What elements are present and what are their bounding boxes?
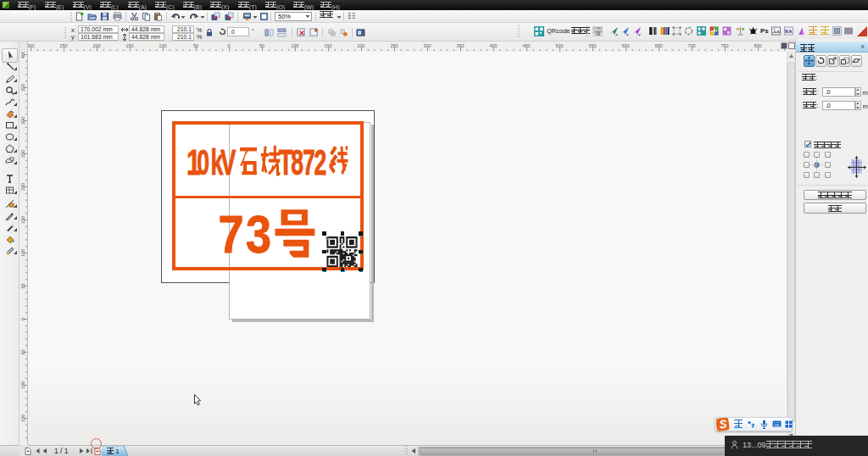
svg-text:0: 0 [228,42,231,47]
svg-text:0: 0 [20,318,25,320]
svg-text:250: 250 [60,42,68,47]
svg-text:8: 8 [291,142,303,183]
svg-text:50: 50 [20,350,25,355]
svg-text:3: 3 [246,204,271,264]
svg-text:300: 300 [424,42,431,47]
svg-text:350: 350 [457,42,465,47]
svg-text:150: 150 [20,216,25,224]
svg-text:100: 100 [292,42,299,47]
svg-text:100: 100 [159,42,167,47]
svg-text:350: 350 [20,84,25,92]
svg-text:100: 100 [20,381,25,389]
svg-text:600: 600 [622,42,630,47]
svg-text:300: 300 [28,42,35,47]
svg-text:200: 200 [20,183,25,191]
svg-text:150: 150 [126,42,134,47]
svg-text:200: 200 [358,42,365,47]
svg-text:650: 650 [655,42,663,47]
svg-text:150: 150 [20,414,25,422]
svg-text:50: 50 [193,42,198,47]
svg-text:400: 400 [20,52,25,58]
svg-text:500: 500 [556,42,564,47]
svg-text:100: 100 [20,249,25,257]
svg-text:750: 750 [721,42,729,47]
svg-text:VBA: VBA [595,33,601,36]
svg-text:150: 150 [325,42,332,47]
svg-text:700: 700 [688,42,696,47]
svg-text:0: 0 [197,142,209,183]
svg-text:800: 800 [754,42,762,47]
svg-text:550: 550 [589,42,597,47]
svg-text:300: 300 [20,117,25,125]
svg-text:250: 250 [20,150,25,158]
svg-text:2: 2 [314,142,327,183]
svg-text:400: 400 [490,42,498,47]
svg-text:50: 50 [20,284,25,289]
svg-text:450: 450 [523,42,531,47]
svg-text:7: 7 [303,142,315,183]
svg-text:V: V [220,142,236,183]
svg-text:200: 200 [93,42,101,47]
svg-text:250: 250 [391,42,398,47]
svg-text:50: 50 [259,42,264,47]
svg-text:7: 7 [219,204,244,264]
